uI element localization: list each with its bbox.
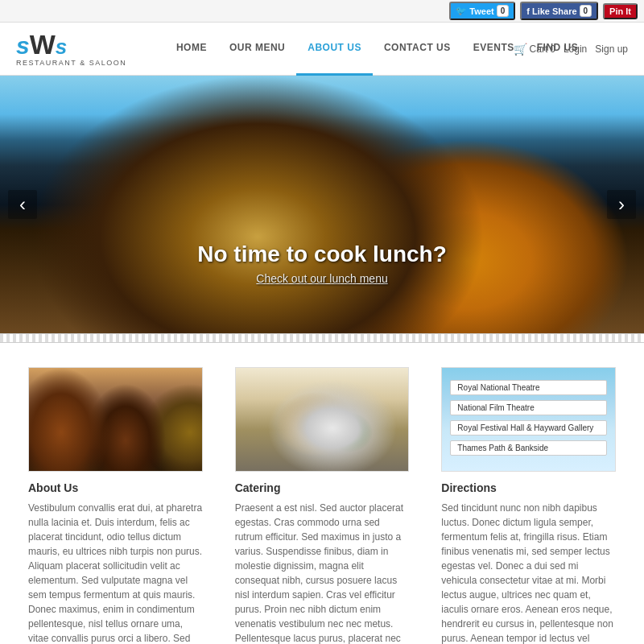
nav-about-us[interactable]: ABOUT US [296,23,373,76]
signup-button[interactable]: Sign up [595,43,628,55]
sign-4: Thames Path & Bankside [450,440,607,456]
sign-2: National Film Theatre [450,400,607,415]
nav-our-menu[interactable]: OUR MENU [218,23,296,76]
about-card-image [28,367,203,472]
about-card: About Us Vestibulum convallis erat dui, … [16,367,215,644]
pinterest-label: Pin It [609,6,631,16]
twitter-icon: 🐦 [456,6,467,16]
share-count: 0 [580,5,592,17]
hero-overlay: No time to cook lunch? Check out our lun… [197,242,447,285]
share-label: Share [552,6,577,16]
slider-prev-button[interactable]: ‹ [8,190,37,219]
tweet-count: 0 [497,5,510,17]
social-bar: 🐦 Tweet 0 f Like Share 0 Pin It [0,0,644,23]
section-divider [0,333,644,343]
cart-button[interactable]: 🛒 Cart 0 [514,43,555,56]
catering-card-title: Catering [235,481,410,494]
hero-background [0,76,644,333]
directions-card-title: Directions [441,481,616,494]
hero-title: No time to cook lunch? [197,242,447,267]
nav-home[interactable]: HOME [165,23,218,76]
cards-section: About Us Vestibulum convallis erat dui, … [0,343,644,644]
header-right: 🛒 Cart 0 Login Sign up [514,23,628,76]
sign-3: Royal Festival Hall & Hayward Gallery [450,420,607,436]
cart-label: Cart [530,43,548,55]
catering-card-text: Praesent a est nisl. Sed auctor placerat… [235,501,410,644]
header: sWs RESTAURANT & SALOON HOME OUR MENU AB… [0,23,644,76]
about-card-title: About Us [28,481,203,494]
street-signs: Royal National Theatre National Film The… [442,368,615,468]
logo-subtitle: RESTAURANT & SALOON [16,59,126,67]
pinterest-button[interactable]: Pin It [603,3,638,19]
nav-contact-us[interactable]: CONTACT US [373,23,462,76]
twitter-button[interactable]: 🐦 Tweet 0 [449,2,515,20]
tweet-label: Tweet [469,6,493,16]
directions-card: Royal National Theatre National Film The… [429,367,628,644]
cart-icon: 🛒 [514,43,527,56]
like-label: Like [532,6,550,16]
slider-next-button[interactable]: › [607,190,636,219]
catering-card: Catering Praesent a est nisl. Sed auctor… [223,367,422,644]
login-button[interactable]: Login [564,43,587,55]
facebook-icon: f [526,6,530,16]
logo-text: sWs [16,31,67,58]
directions-card-text: Sed tincidunt nunc non nibh dapibus luct… [441,501,616,644]
catering-card-image [235,367,410,472]
hero-slider: ‹ › No time to cook lunch? Check out our… [0,76,644,333]
about-card-text: Vestibulum convallis erat dui, at pharet… [28,501,203,644]
directions-card-image: Royal National Theatre National Film The… [441,367,616,472]
hero-image [0,76,644,333]
hero-subtitle[interactable]: Check out our lunch menu [197,272,447,285]
cart-count: 0 [550,43,555,55]
facebook-button[interactable]: f Like Share 0 [520,2,598,20]
sign-1: Royal National Theatre [450,380,607,395]
logo: sWs RESTAURANT & SALOON [16,31,126,67]
